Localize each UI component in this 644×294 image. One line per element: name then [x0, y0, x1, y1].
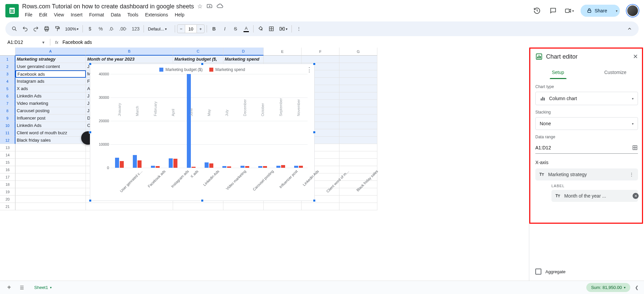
cell[interactable] — [264, 56, 302, 63]
undo-icon[interactable] — [20, 24, 30, 34]
cell[interactable] — [223, 203, 264, 210]
row-header[interactable]: 5 — [0, 85, 15, 92]
row-header[interactable]: 13 — [0, 144, 15, 151]
menu-extensions[interactable]: Extensions — [142, 11, 170, 19]
collapse-toolbar-icon[interactable] — [625, 24, 635, 34]
cell[interactable]: Video marketing — [15, 100, 86, 107]
star-icon[interactable]: ☆ — [197, 3, 203, 10]
row-header[interactable]: 2 — [0, 63, 15, 70]
tab-setup[interactable]: Setup — [529, 66, 587, 79]
text-color-icon[interactable]: A — [241, 24, 251, 34]
cell[interactable] — [339, 129, 377, 137]
cell[interactable]: Instagram ads — [15, 78, 86, 85]
cell[interactable] — [339, 159, 377, 166]
cell[interactable] — [264, 203, 302, 210]
row-header[interactable]: 3 — [0, 70, 15, 78]
menu-edit[interactable]: Edit — [37, 11, 50, 19]
cell[interactable]: Client word of mouth buzz — [15, 129, 86, 137]
cell[interactable]: Marketing spend — [223, 56, 264, 63]
row-header[interactable]: 1 — [0, 56, 15, 63]
row-header[interactable]: 20 — [0, 196, 15, 203]
cell[interactable] — [15, 196, 86, 203]
currency-icon[interactable]: $ — [85, 24, 95, 34]
resize-handle[interactable] — [89, 63, 92, 65]
cell[interactable] — [15, 188, 86, 196]
select-range-icon[interactable] — [632, 145, 638, 151]
namebox-dropdown-icon[interactable]: ▾ — [40, 40, 47, 45]
percent-icon[interactable]: % — [96, 24, 106, 34]
cell[interactable] — [339, 63, 377, 70]
col-header[interactable]: B — [86, 48, 173, 56]
data-range-input[interactable] — [535, 145, 632, 150]
cell[interactable] — [339, 107, 377, 115]
merge-cells-icon[interactable]: ▾ — [277, 26, 289, 32]
stacking-select[interactable]: None ▾ — [535, 117, 638, 130]
cell[interactable] — [339, 100, 377, 107]
row-header[interactable]: 14 — [0, 151, 15, 159]
col-header[interactable]: F — [302, 48, 339, 56]
cell[interactable] — [339, 151, 377, 159]
col-header[interactable]: C — [173, 48, 223, 56]
cell[interactable] — [15, 151, 86, 159]
chart-type-select[interactable]: Column chart ▾ — [535, 92, 638, 105]
account-avatar[interactable] — [627, 5, 639, 17]
cell[interactable] — [302, 56, 339, 63]
all-sheets-icon[interactable]: ☰ — [17, 283, 27, 293]
more-toolbar-icon[interactable]: ⋮ — [294, 24, 304, 34]
cell[interactable] — [339, 203, 377, 210]
paint-format-icon[interactable] — [52, 24, 62, 34]
cell[interactable] — [339, 122, 377, 129]
sheets-logo[interactable] — [5, 4, 19, 17]
move-icon[interactable] — [207, 3, 213, 10]
print-icon[interactable] — [42, 24, 52, 34]
cloud-status-icon[interactable] — [217, 3, 223, 10]
cell[interactable]: Influencer post — [15, 115, 86, 122]
row-header[interactable]: 6 — [0, 92, 15, 100]
doc-title[interactable]: Rows.com Tutorial on how to create dashb… — [22, 3, 194, 10]
cell[interactable]: Black friday sales — [15, 137, 86, 144]
cell[interactable]: Facebook ads — [15, 70, 86, 78]
menu-insert[interactable]: Insert — [68, 11, 85, 19]
search-menus-icon[interactable] — [9, 24, 19, 34]
label-chip[interactable]: Tᴛ Month of the year ... ✕ — [551, 190, 638, 202]
row-header[interactable]: 18 — [0, 181, 15, 188]
more-formats[interactable]: 123 — [130, 24, 142, 34]
cell[interactable]: Carousel posting — [15, 107, 86, 115]
resize-handle[interactable] — [89, 199, 92, 202]
cell[interactable]: Linkedin Ads — [15, 92, 86, 100]
row-header[interactable]: 21 — [0, 203, 15, 210]
cell[interactable] — [339, 56, 377, 63]
aggregate-checkbox[interactable] — [535, 269, 541, 275]
sidepanel-toggle-icon[interactable]: ❮ — [634, 284, 640, 291]
comments-icon[interactable] — [548, 6, 558, 15]
cell[interactable] — [339, 137, 377, 144]
tab-customize[interactable]: Customize — [587, 66, 644, 79]
cell[interactable]: User genrated content — [15, 63, 86, 70]
strikethrough-icon[interactable]: S — [230, 24, 240, 34]
col-header[interactable]: A — [15, 48, 86, 56]
cell[interactable] — [173, 203, 223, 210]
name-box[interactable] — [5, 38, 39, 46]
history-icon[interactable] — [532, 6, 542, 15]
redo-icon[interactable] — [31, 24, 41, 34]
row-header[interactable]: 8 — [0, 107, 15, 115]
font-size-input[interactable] — [185, 24, 197, 33]
fill-color-icon[interactable] — [256, 24, 266, 34]
embedded-chart[interactable]: ⋮ Marketing budget ($) Marketing spend 0… — [90, 64, 315, 201]
resize-handle[interactable] — [313, 63, 316, 65]
xaxis-chip[interactable]: Tᴛ Marketing strategy ⋮ — [535, 168, 638, 180]
resize-handle[interactable] — [89, 131, 92, 134]
cell[interactable]: Linkedin Ads — [15, 122, 86, 129]
row-header[interactable]: 11 — [0, 129, 15, 137]
col-header[interactable]: E — [264, 48, 302, 56]
sheet-tab[interactable]: Sheet1▾ — [30, 283, 56, 292]
menu-tools[interactable]: Tools — [125, 11, 141, 19]
cell[interactable] — [339, 70, 377, 78]
row-header[interactable]: 17 — [0, 173, 15, 181]
row-header[interactable]: 9 — [0, 115, 15, 122]
bold-icon[interactable]: B — [209, 24, 219, 34]
share-dropdown[interactable]: ▾ — [613, 9, 620, 13]
share-button[interactable]: Share — [581, 5, 613, 17]
remove-icon[interactable]: ✕ — [633, 193, 639, 199]
close-icon[interactable]: ✕ — [633, 53, 638, 60]
